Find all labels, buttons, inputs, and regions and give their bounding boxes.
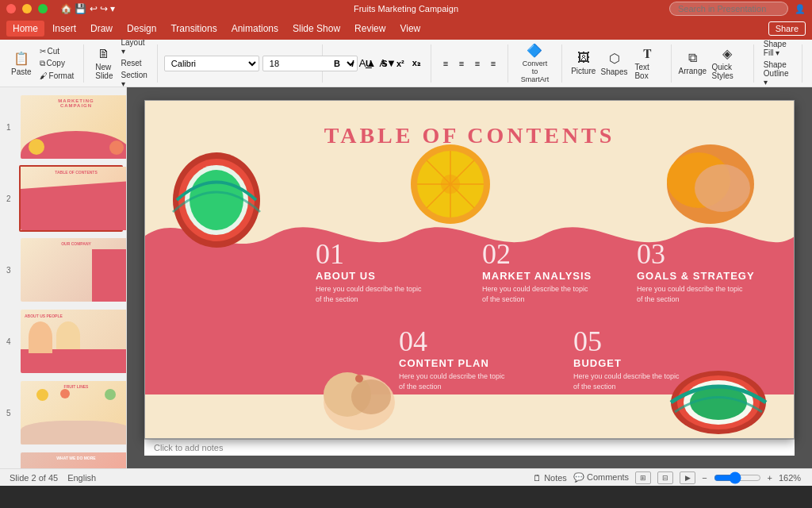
slide-info: Slide 2 of 45 [10,473,58,483]
menu-transitions[interactable]: Transitions [164,21,223,37]
toc-num-4: 04 [399,327,510,356]
slide-thumbnail-3: OUR COMPANY [21,238,127,302]
watermelon-fruit [169,148,264,252]
menu-insert[interactable]: Insert [46,21,82,37]
comments-button[interactable]: 💬 Comments [573,472,629,483]
main-area: 1 MARKETING CAMPAIGN 2 TABLE OF CONTENTS… [0,87,812,468]
shape-fill-group: Shape Fill ▾ Shape Outline ▾ [760,44,802,83]
layout-button[interactable]: Layout ▾ [118,37,151,56]
slide-canvas[interactable]: TABLE OF CONTENTS [144,100,795,439]
paste-button[interactable]: 📋 Paste [6,48,36,79]
format-icon: 🖌 [40,71,48,80]
notes-bar: Click to add notes [144,439,795,456]
reading-view-btn[interactable]: ▶ [680,471,695,484]
minimize-btn[interactable] [22,4,32,13]
zoom-slider[interactable] [714,471,761,484]
slide-thumb-1[interactable]: 1 MARKETING CAMPAIGN [19,94,123,160]
shapes-button[interactable]: ⬡ Shapes [599,48,630,79]
toc-num-1: 01 [316,240,427,268]
shape-outline-button[interactable]: Shape Outline ▾ [760,60,795,87]
slide-number-5: 5 [6,409,11,418]
title-bar: 🏠 💾 ↩ ↪ ▾ Fruits Marketing Campaign 👤 [0,0,812,17]
font-family-select[interactable]: Calibri [164,56,259,71]
format-button[interactable]: 🖌Format [36,71,78,81]
shape-fill-outline-group: Shape Fill ▾ Shape Outline ▾ [760,39,795,87]
svg-point-10 [441,175,460,194]
menu-review[interactable]: Review [348,21,392,37]
close-btn[interactable] [6,4,16,13]
copy-button[interactable]: ⧉Copy [36,58,78,69]
shapes-icon: ⬡ [609,51,620,66]
slide-panel[interactable]: 1 MARKETING CAMPAIGN 2 TABLE OF CONTENTS… [0,87,127,468]
toc-num-5: 05 [573,327,684,356]
convert-smartart-button[interactable]: 🔷 Convert to SmartArt [515,40,555,87]
slide-thumb-4[interactable]: 4 ABOUT US PEOPLE [19,308,123,375]
svg-point-13 [695,164,750,212]
zoom-in-btn[interactable]: + [768,473,772,483]
subscript-button[interactable]: x₂ [408,56,424,71]
slide-number-1: 1 [6,123,11,132]
menu-draw[interactable]: Draw [84,21,119,37]
layout-reset-section-group: Layout ▾ Reset Section ▾ [118,37,151,89]
cut-icon: ✂ [40,47,46,56]
menu-slideshow[interactable]: Slide Show [286,21,347,37]
toc-title-3: GOALS & STRATEGY [637,270,755,282]
format-group: B I U S x² x₂ [329,44,431,83]
zoom-out-btn[interactable]: − [702,473,707,483]
slide-thumb-5[interactable]: 5 FRUIT LINES [19,379,123,446]
share-button[interactable]: Share [768,21,806,36]
superscript-button[interactable]: x² [393,56,408,71]
slide-number-2: 2 [6,194,11,203]
quick-styles-button[interactable]: ◈ Quick Styles [707,43,747,83]
slide-sorter-btn[interactable]: ⊟ [657,471,673,484]
copy-icon: ⧉ [40,59,45,68]
reset-button[interactable]: Reset [118,58,151,68]
italic-button[interactable]: I [345,56,361,71]
toc-desc-5: Here you could describe the topic of the… [573,371,684,391]
maximize-btn[interactable] [38,4,48,13]
zoom-level[interactable]: 162% [779,473,802,483]
align-right-btn[interactable]: ≡ [469,56,485,71]
menu-design[interactable]: Design [121,21,163,37]
justify-btn[interactable]: ≡ [485,56,501,71]
slide-thumb-2[interactable]: 2 TABLE OF CONTENTS [19,165,123,232]
search-input[interactable] [669,2,788,16]
picture-button[interactable]: 🖼 Picture [569,48,599,79]
normal-view-btn[interactable]: ⊞ [635,471,651,484]
smartart-icon: 🔷 [527,43,542,58]
shape-fill-button[interactable]: Shape Fill ▾ [760,39,795,58]
slide-canvas-area[interactable]: TABLE OF CONTENTS [127,87,812,468]
slide-number-4: 4 [6,337,11,346]
slide-thumb-3[interactable]: 3 OUR COMPANY [19,237,123,303]
toolbar-icons: 🏠 💾 ↩ ↪ ▾ [60,3,115,14]
toc-item-1: 01 ABOUT US Here you could describe the … [316,240,427,304]
slide-thumbnail-4: ABOUT US PEOPLE [21,310,127,373]
arrange-button[interactable]: ⧉ Arrange [678,48,707,79]
click-to-add-notes[interactable]: Click to add notes [154,443,223,452]
menu-home[interactable]: Home [6,21,44,37]
bold-button[interactable]: B [329,56,345,71]
arrange-styles-group: ⧉ Arrange ◈ Quick Styles [678,44,754,83]
align-left-btn[interactable]: ≡ [438,56,454,71]
strikethrough-button[interactable]: S [377,56,393,71]
window-controls[interactable]: 🏠 💾 ↩ ↪ ▾ [6,3,115,14]
notes-button[interactable]: 🗒 Notes [533,473,567,483]
menu-view[interactable]: View [393,21,427,37]
underline-button[interactable]: U [361,56,377,71]
section-button[interactable]: Section ▾ [118,70,151,89]
menu-animations[interactable]: Animations [225,21,285,37]
svg-point-17 [355,375,363,383]
slide-thumbnail-1: MARKETING CAMPAIGN [21,95,127,159]
toc-item-5: 05 BUDGET Here you could describe the to… [573,327,684,391]
quick-styles-icon: ◈ [722,46,732,61]
align-center-btn[interactable]: ≡ [454,56,469,71]
clipboard-group: 📋 Paste ✂Cut ⧉Copy 🖌Format [6,44,84,83]
textbox-button[interactable]: 𝐓 Text Box [630,44,665,83]
convert-group: 🔷 Convert to SmartArt [515,44,562,83]
slide-thumb-6[interactable]: 6 WHAT WE DO MORE [19,451,123,468]
cut-button[interactable]: ✂Cut [36,46,78,56]
new-slide-button[interactable]: 🗎 New Slide [90,44,117,83]
toolbar: 📋 Paste ✂Cut ⧉Copy 🖌Format 🗎 New Slide L… [0,40,812,87]
toc-num-3: 03 [637,240,755,268]
profile-icon[interactable]: 👤 [795,4,806,14]
